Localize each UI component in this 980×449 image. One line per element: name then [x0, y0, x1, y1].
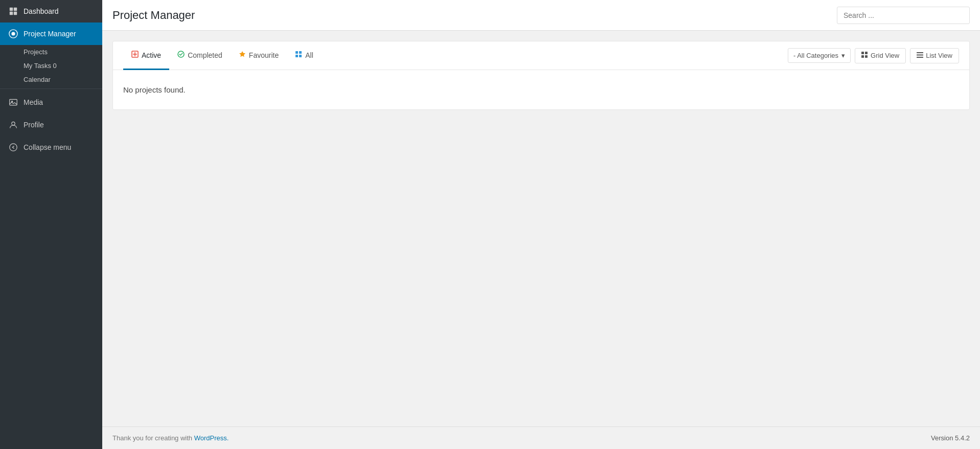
svg-point-8: [12, 122, 15, 125]
svg-rect-17: [865, 52, 868, 54]
sidebar-item-collapse[interactable]: Collapse menu: [0, 136, 102, 159]
tab-active[interactable]: Active: [123, 41, 169, 70]
dashboard-icon: [8, 6, 18, 16]
top-bar: Project Manager: [102, 0, 980, 31]
view-controls: - All Categories ▾ Grid View List View: [788, 48, 959, 63]
project-manager-icon: [8, 29, 18, 39]
svg-rect-6: [10, 99, 17, 105]
sidebar-divider-1: [0, 88, 102, 89]
tab-active-label: Active: [142, 51, 161, 59]
project-panel: Active Completed Favourite: [112, 41, 970, 110]
svg-rect-16: [861, 52, 864, 54]
tab-completed[interactable]: Completed: [169, 41, 231, 70]
category-label: - All Categories: [793, 52, 838, 59]
list-view-label: List View: [926, 52, 952, 59]
completed-tab-icon: [177, 51, 185, 59]
svg-rect-20: [917, 52, 923, 53]
category-chevron-icon: ▾: [841, 52, 845, 59]
svg-rect-2: [10, 12, 13, 15]
svg-rect-15: [299, 55, 302, 57]
tab-all[interactable]: All: [287, 41, 322, 70]
wordpress-link[interactable]: WordPress.: [194, 434, 229, 442]
media-icon: [8, 97, 18, 107]
main-content: Project Manager Active Compl: [102, 0, 980, 449]
collapse-icon: [8, 142, 18, 152]
tabs: Active Completed Favourite: [123, 41, 322, 70]
collapse-label: Collapse menu: [24, 143, 71, 151]
profile-icon: [8, 120, 18, 130]
grid-view-label: Grid View: [871, 52, 899, 59]
sidebar-sub-projects: Projects My Tasks 0 Calendar: [0, 45, 102, 86]
active-tab-icon: [131, 51, 139, 59]
svg-rect-21: [917, 54, 923, 55]
svg-rect-0: [10, 8, 13, 11]
grid-view-button[interactable]: Grid View: [855, 48, 906, 63]
svg-point-5: [11, 32, 15, 35]
sidebar-item-my-tasks[interactable]: My Tasks 0: [24, 59, 102, 73]
tab-completed-label: Completed: [188, 51, 222, 59]
tabs-row: Active Completed Favourite: [113, 41, 969, 70]
sidebar-item-project-manager[interactable]: Project Manager: [0, 23, 102, 45]
sidebar-item-profile[interactable]: Profile: [0, 114, 102, 136]
sidebar-item-calendar[interactable]: Calendar: [24, 73, 102, 86]
profile-label: Profile: [24, 121, 44, 129]
svg-rect-22: [917, 57, 923, 58]
grid-view-icon: [861, 52, 868, 60]
media-label: Media: [24, 98, 43, 106]
svg-rect-12: [295, 51, 298, 54]
sidebar-item-media[interactable]: Media: [0, 91, 102, 114]
favourite-tab-icon: [239, 51, 246, 59]
tab-favourite-label: Favourite: [249, 51, 279, 59]
footer-version: Version 5.4.2: [931, 434, 970, 442]
all-tab-icon: [295, 51, 302, 59]
dashboard-label: Dashboard: [24, 7, 59, 15]
footer: Thank you for creating with WordPress. V…: [102, 426, 980, 449]
svg-rect-19: [865, 55, 868, 58]
sidebar-item-projects[interactable]: Projects: [24, 45, 102, 59]
footer-text: Thank you for creating with WordPress.: [112, 434, 229, 442]
project-manager-label: Project Manager: [24, 30, 76, 38]
svg-rect-13: [299, 51, 302, 54]
list-view-button[interactable]: List View: [910, 48, 959, 63]
tab-favourite[interactable]: Favourite: [231, 41, 287, 70]
svg-rect-18: [861, 55, 864, 58]
sidebar-item-dashboard[interactable]: Dashboard: [0, 0, 102, 23]
my-tasks-badge: 0: [53, 62, 57, 70]
search-input[interactable]: [837, 7, 970, 24]
page-title: Project Manager: [112, 9, 195, 22]
sidebar: Dashboard Project Manager Projects My Ta…: [0, 0, 102, 449]
svg-rect-3: [14, 12, 17, 15]
no-projects-message: No projects found.: [113, 70, 969, 109]
content-area: Active Completed Favourite: [102, 31, 980, 426]
tab-all-label: All: [305, 51, 313, 59]
category-dropdown[interactable]: - All Categories ▾: [788, 48, 851, 63]
svg-rect-1: [14, 8, 17, 11]
svg-rect-14: [295, 55, 298, 57]
list-view-icon: [917, 52, 923, 60]
svg-point-9: [10, 144, 17, 151]
